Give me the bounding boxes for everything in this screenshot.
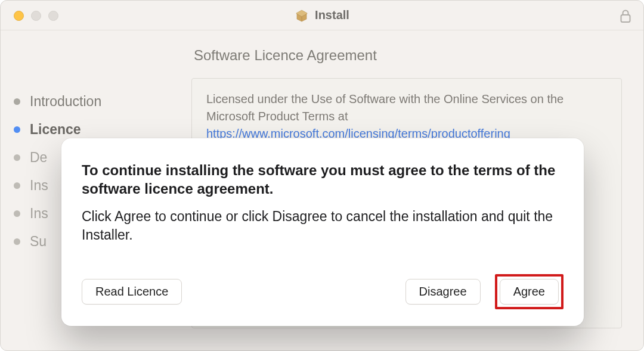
step-dot-icon [14, 210, 20, 217]
modal-body-text: Click Agree to continue or click Disagre… [82, 207, 564, 244]
window-controls [14, 11, 58, 21]
zoom-window-button[interactable] [48, 11, 58, 21]
step-label: De [30, 150, 47, 166]
window-title-text: Install [315, 8, 349, 22]
section-title: Software Licence Agreement [194, 47, 622, 64]
window-title: Install [295, 8, 349, 23]
close-window-button[interactable] [14, 11, 24, 21]
step-dot-icon [14, 238, 20, 245]
step-dot-icon [14, 126, 20, 133]
minimize-window-button[interactable] [31, 11, 41, 21]
licence-text-prefix: Licensed under the Use of Software with … [206, 92, 564, 123]
step-label: Su [30, 234, 47, 250]
modal-footer: Read Licence Disagree Agree [82, 274, 564, 309]
step-dot-icon [14, 98, 20, 105]
titlebar: Install [1, 1, 643, 30]
lock-icon[interactable] [620, 9, 631, 26]
step-label: Introduction [30, 94, 101, 110]
modal-heading: To continue installing the software you … [82, 161, 564, 198]
svg-rect-0 [621, 15, 630, 22]
installer-window: Install Introduction Licence [0, 0, 644, 351]
step-dot-icon [14, 182, 20, 189]
step-label: Ins [30, 206, 48, 222]
agree-highlight: Agree [495, 274, 564, 309]
package-icon [295, 8, 309, 23]
read-licence-button[interactable]: Read Licence [82, 279, 182, 305]
step-dot-icon [14, 154, 20, 161]
agreement-modal: To continue installing the software you … [61, 138, 584, 326]
step-label: Licence [30, 122, 81, 138]
disagree-button[interactable]: Disagree [405, 279, 481, 305]
agree-button[interactable]: Agree [500, 279, 559, 305]
step-label: Ins [30, 178, 48, 194]
step-introduction[interactable]: Introduction [14, 88, 191, 116]
